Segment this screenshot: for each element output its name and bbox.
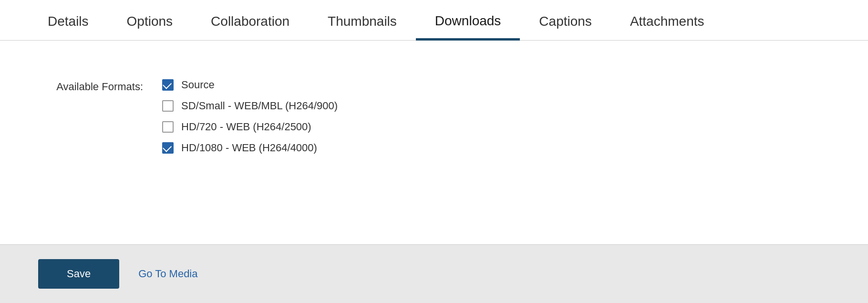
tab-details[interactable]: Details bbox=[29, 0, 108, 41]
main-content: Available Formats: Source SD/Small - WEB… bbox=[0, 41, 868, 244]
tab-thumbnails[interactable]: Thumbnails bbox=[309, 0, 416, 41]
format-item-hd1080[interactable]: HD/1080 - WEB (H264/4000) bbox=[162, 142, 338, 154]
formats-label: Available Formats: bbox=[38, 79, 143, 93]
checkbox-hd720[interactable] bbox=[162, 121, 174, 133]
page-container: Details Options Collaboration Thumbnails… bbox=[0, 0, 868, 303]
tab-captions[interactable]: Captions bbox=[520, 0, 611, 41]
footer: Save Go To Media bbox=[0, 245, 868, 303]
formats-section: Available Formats: Source SD/Small - WEB… bbox=[38, 79, 830, 154]
go-to-media-link[interactable]: Go To Media bbox=[138, 268, 197, 280]
format-item-source[interactable]: Source bbox=[162, 79, 338, 91]
formats-list: Source SD/Small - WEB/MBL (H264/900) HD/… bbox=[162, 79, 338, 154]
checkbox-source[interactable] bbox=[162, 79, 174, 91]
format-label-source: Source bbox=[181, 79, 215, 91]
format-item-hd720[interactable]: HD/720 - WEB (H264/2500) bbox=[162, 121, 338, 133]
checkbox-sd-small[interactable] bbox=[162, 100, 174, 112]
format-label-sd-small: SD/Small - WEB/MBL (H264/900) bbox=[181, 100, 338, 112]
checkbox-hd1080[interactable] bbox=[162, 142, 174, 154]
format-label-hd720: HD/720 - WEB (H264/2500) bbox=[181, 121, 311, 133]
format-item-sd-small[interactable]: SD/Small - WEB/MBL (H264/900) bbox=[162, 100, 338, 112]
tab-collaboration[interactable]: Collaboration bbox=[192, 0, 309, 41]
format-label-hd1080: HD/1080 - WEB (H264/4000) bbox=[181, 142, 317, 154]
tab-attachments[interactable]: Attachments bbox=[611, 0, 723, 41]
tab-downloads[interactable]: Downloads bbox=[416, 0, 520, 41]
tab-bar: Details Options Collaboration Thumbnails… bbox=[0, 0, 868, 41]
save-button[interactable]: Save bbox=[38, 259, 119, 289]
tab-options[interactable]: Options bbox=[108, 0, 192, 41]
